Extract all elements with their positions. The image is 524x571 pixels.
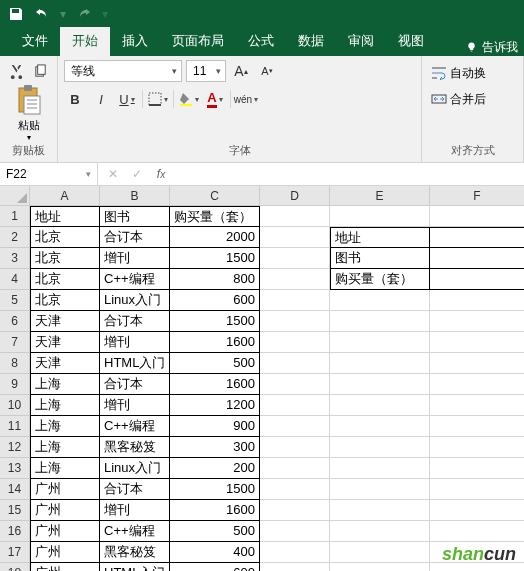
border-button[interactable] (147, 88, 169, 110)
cell-B3[interactable]: 增刊 (100, 248, 170, 269)
cell-F7[interactable] (430, 332, 524, 353)
row-header-14[interactable]: 14 (0, 479, 30, 500)
decrease-font-icon[interactable]: A▾ (256, 60, 278, 82)
phonetic-button[interactable]: wén (235, 88, 257, 110)
cell-A7[interactable]: 天津 (30, 332, 100, 353)
enter-icon[interactable]: ✓ (126, 163, 148, 185)
tab-insert[interactable]: 插入 (110, 27, 160, 56)
cell-F11[interactable] (430, 416, 524, 437)
cell-A16[interactable]: 广州 (30, 521, 100, 542)
row-header-11[interactable]: 11 (0, 416, 30, 437)
cell-A9[interactable]: 上海 (30, 374, 100, 395)
cell-E4[interactable]: 购买量（套） (330, 269, 430, 290)
col-header-C[interactable]: C (170, 186, 260, 206)
cell-B17[interactable]: 黑客秘笈 (100, 542, 170, 563)
select-all-corner[interactable] (0, 186, 30, 206)
cell-A5[interactable]: 北京 (30, 290, 100, 311)
cell-F3[interactable] (430, 248, 524, 269)
merge-center-button[interactable]: 合并后 (428, 88, 489, 110)
row-header-4[interactable]: 4 (0, 269, 30, 290)
cell-B12[interactable]: 黑客秘笈 (100, 437, 170, 458)
cell-C7[interactable]: 1600 (170, 332, 260, 353)
row-header-7[interactable]: 7 (0, 332, 30, 353)
cell-D14[interactable] (260, 479, 330, 500)
cell-E11[interactable] (330, 416, 430, 437)
cut-icon[interactable] (6, 60, 28, 82)
cell-B9[interactable]: 合订本 (100, 374, 170, 395)
cell-B14[interactable]: 合订本 (100, 479, 170, 500)
cell-D5[interactable] (260, 290, 330, 311)
row-header-12[interactable]: 12 (0, 437, 30, 458)
row-header-10[interactable]: 10 (0, 395, 30, 416)
cell-D7[interactable] (260, 332, 330, 353)
font-size-select[interactable]: 11 (186, 60, 226, 82)
cell-C9[interactable]: 1600 (170, 374, 260, 395)
cell-D9[interactable] (260, 374, 330, 395)
cell-B2[interactable]: 合订本 (100, 227, 170, 248)
cell-B7[interactable]: 增刊 (100, 332, 170, 353)
cell-B18[interactable]: HTML入门 (100, 563, 170, 571)
cell-F8[interactable] (430, 353, 524, 374)
bold-button[interactable]: B (64, 88, 86, 110)
underline-button[interactable]: U (116, 88, 138, 110)
cell-C13[interactable]: 200 (170, 458, 260, 479)
cell-C10[interactable]: 1200 (170, 395, 260, 416)
cell-D17[interactable] (260, 542, 330, 563)
cell-B6[interactable]: 合订本 (100, 311, 170, 332)
name-box[interactable] (0, 163, 98, 185)
col-header-E[interactable]: E (330, 186, 430, 206)
qat-customize-icon[interactable]: ▾ (102, 7, 108, 21)
cell-F16[interactable] (430, 521, 524, 542)
save-icon[interactable] (8, 6, 24, 22)
cell-F4[interactable] (430, 269, 524, 290)
cell-E15[interactable] (330, 500, 430, 521)
cell-B16[interactable]: C++编程 (100, 521, 170, 542)
cell-F14[interactable] (430, 479, 524, 500)
cell-D18[interactable] (260, 563, 330, 571)
cell-C2[interactable]: 2000 (170, 227, 260, 248)
cell-A11[interactable]: 上海 (30, 416, 100, 437)
cell-B1[interactable]: 图书 (100, 206, 170, 227)
cell-D8[interactable] (260, 353, 330, 374)
row-header-6[interactable]: 6 (0, 311, 30, 332)
italic-button[interactable]: I (90, 88, 112, 110)
cell-B11[interactable]: C++编程 (100, 416, 170, 437)
cell-F1[interactable] (430, 206, 524, 227)
cell-D11[interactable] (260, 416, 330, 437)
cell-E17[interactable] (330, 542, 430, 563)
cell-D15[interactable] (260, 500, 330, 521)
cell-E7[interactable] (330, 332, 430, 353)
cell-B4[interactable]: C++编程 (100, 269, 170, 290)
cell-A15[interactable]: 广州 (30, 500, 100, 521)
wrap-text-button[interactable]: 自动换 (428, 62, 489, 84)
cell-E1[interactable] (330, 206, 430, 227)
paste-button[interactable]: 粘贴 ▾ (6, 84, 51, 142)
row-header-3[interactable]: 3 (0, 248, 30, 269)
tab-layout[interactable]: 页面布局 (160, 27, 236, 56)
tab-view[interactable]: 视图 (386, 27, 436, 56)
row-header-1[interactable]: 1 (0, 206, 30, 227)
cell-E18[interactable] (330, 563, 430, 571)
cell-F2[interactable] (430, 227, 524, 248)
tab-home[interactable]: 开始 (60, 27, 110, 56)
cell-B15[interactable]: 增刊 (100, 500, 170, 521)
cell-A1[interactable]: 地址 (30, 206, 100, 227)
cell-A14[interactable]: 广州 (30, 479, 100, 500)
formula-input[interactable] (176, 163, 524, 185)
row-header-17[interactable]: 17 (0, 542, 30, 563)
fx-icon[interactable]: fx (150, 163, 172, 185)
increase-font-icon[interactable]: A▴ (230, 60, 252, 82)
fill-color-button[interactable] (178, 88, 200, 110)
cell-F13[interactable] (430, 458, 524, 479)
cell-D4[interactable] (260, 269, 330, 290)
cell-F15[interactable] (430, 500, 524, 521)
cell-D16[interactable] (260, 521, 330, 542)
copy-icon[interactable] (30, 60, 52, 82)
tab-review[interactable]: 审阅 (336, 27, 386, 56)
cell-F9[interactable] (430, 374, 524, 395)
cell-C5[interactable]: 600 (170, 290, 260, 311)
cell-F10[interactable] (430, 395, 524, 416)
cell-C1[interactable]: 购买量（套） (170, 206, 260, 227)
cell-A13[interactable]: 上海 (30, 458, 100, 479)
cell-B8[interactable]: HTML入门 (100, 353, 170, 374)
